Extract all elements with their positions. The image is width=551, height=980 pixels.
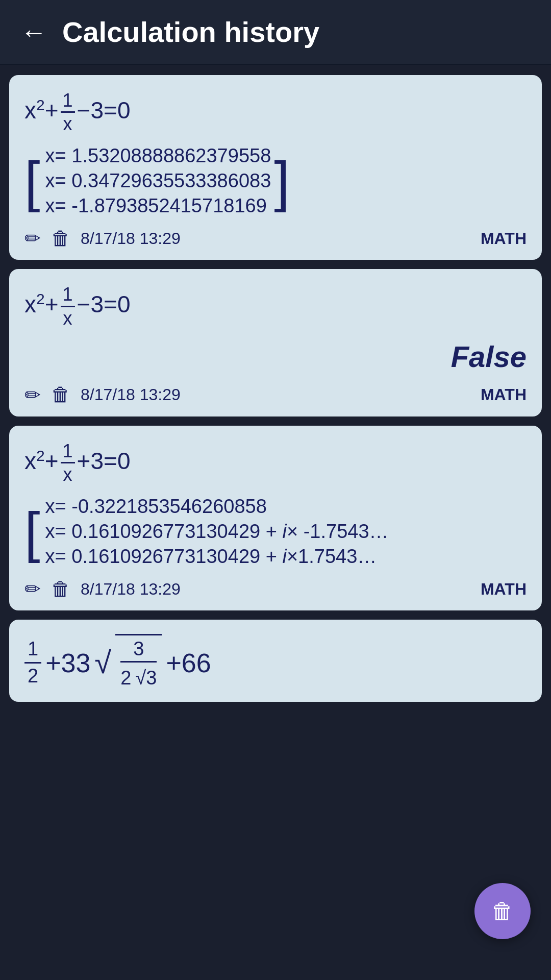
delete-icon-2[interactable]: 🗑 — [51, 384, 70, 406]
delete-icon-3[interactable]: 🗑 — [51, 578, 70, 600]
history-card-2: x2+1x−3=0 False ✏ 🗑 8/17/18 13:29 MATH — [9, 269, 542, 416]
sqrt-inner-num-4: 3 — [133, 638, 144, 661]
result-line-1-3: x= -1.87938524157181​69 — [45, 195, 271, 217]
results-bracket-3: [ x= -0.3221853546260858 x= 0.1610926773… — [24, 496, 527, 568]
edit-icon-3[interactable]: ✏ — [24, 578, 41, 600]
sqrt-symbol-4: √ — [94, 648, 111, 678]
frac-den-4: 2 — [24, 664, 41, 688]
results-lines-1: x= 1.53208888862379558 x= 0.347296355333… — [45, 145, 271, 217]
formula-2: x2+1x−3=0 — [24, 283, 527, 329]
card-footer-2: ✏ 🗑 8/17/18 13:29 MATH — [24, 384, 527, 406]
back-button[interactable]: ← — [20, 19, 47, 45]
results-lines-3: x= -0.3221853546260858 x= 0.161092677313… — [45, 496, 389, 568]
footer-date-1: 8/17/18 13:29 — [81, 229, 470, 248]
result-line-1-2: x= 0.34729635533386083 — [45, 170, 271, 192]
frac-num-4: 1 — [24, 638, 41, 664]
result-line-3-1: x= -0.3221853546260858 — [45, 496, 389, 518]
formula-3: x2+1x+3=0 — [24, 440, 527, 485]
delete-icon-1[interactable]: 🗑 — [51, 228, 70, 250]
edit-icon-1[interactable]: ✏ — [24, 227, 41, 250]
result-line-3-3: x= 0.1610926773130429 + i×1.7543… — [45, 546, 389, 568]
footer-type-3: MATH — [481, 580, 527, 599]
formula-4: 1 2 +33 √ 3 2√3 +66 — [24, 634, 527, 692]
card-footer-3: ✏ 🗑 8/17/18 13:29 MATH — [24, 578, 527, 600]
results-bracket-1: [ x= 1.53208888862379558 x= 0.3472963553… — [24, 145, 527, 217]
content-area: x2+1x−3=0 [ x= 1.53208888862379558 x= 0.… — [0, 65, 551, 712]
header: ← Calculation history — [0, 0, 551, 65]
fab-delete-all-button[interactable]: 🗑 — [474, 883, 531, 939]
footer-type-1: MATH — [481, 229, 527, 248]
result-line-1-1: x= 1.53208888862379558 — [45, 145, 271, 167]
result-line-3-2: x= 0.1610926773130429 + i× -1.7543… — [45, 521, 389, 543]
footer-date-2: 8/17/18 13:29 — [81, 385, 470, 404]
bracket-left-1: [ — [24, 145, 40, 217]
fab-delete-icon: 🗑 — [491, 898, 514, 924]
plus-4: +33 — [45, 648, 90, 678]
edit-icon-2[interactable]: ✏ — [24, 384, 41, 406]
history-card-3: x2+1x+3=0 [ x= -0.3221853546260858 x= 0.… — [9, 426, 542, 610]
history-card-4: 1 2 +33 √ 3 2√3 +66 — [9, 620, 542, 702]
history-card-1: x2+1x−3=0 [ x= 1.53208888862379558 x= 0.… — [9, 75, 542, 260]
footer-date-3: 8/17/18 13:29 — [81, 580, 470, 599]
bracket-left-3: [ — [24, 496, 40, 568]
false-result-2: False — [24, 339, 527, 374]
sqrt-inner-den-4: 2√3 — [120, 661, 157, 692]
plus-66-4: +66 — [166, 648, 211, 678]
formula-1: x2+1x−3=0 — [24, 89, 527, 135]
footer-type-2: MATH — [481, 385, 527, 404]
bracket-right-1: ] — [274, 145, 290, 217]
card-footer-1: ✏ 🗑 8/17/18 13:29 MATH — [24, 227, 527, 250]
page-title: Calculation history — [62, 15, 319, 48]
